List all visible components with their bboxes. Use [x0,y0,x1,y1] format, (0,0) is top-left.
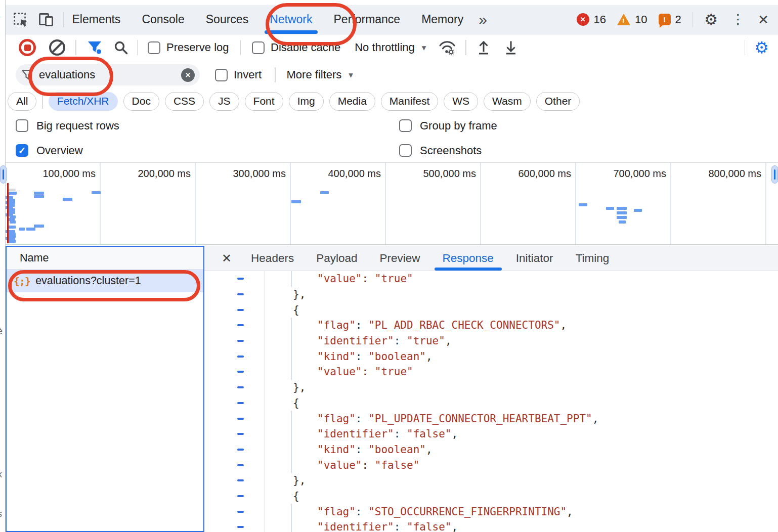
code-gutter[interactable] [204,504,265,519]
tab-performance[interactable]: Performance [334,5,401,34]
chip-css[interactable]: CSS [165,92,204,111]
code-gutter[interactable] [204,364,265,380]
fold-marker-icon[interactable] [237,464,244,466]
inspect-element-icon[interactable] [13,12,29,28]
code-gutter[interactable] [204,395,265,411]
disable-cache-checkbox[interactable]: ✓ [252,41,265,54]
fold-marker-icon[interactable] [237,386,244,388]
fold-marker-icon[interactable] [237,278,244,280]
search-icon[interactable] [114,40,128,55]
group-by-frame-option[interactable]: ✓ Group by frame [399,113,778,138]
clear-network-log-button[interactable] [49,39,65,56]
filter-toggle-icon[interactable] [87,39,103,56]
group-by-frame-checkbox[interactable]: ✓ [399,119,412,132]
fold-marker-icon[interactable] [237,526,244,528]
detail-tab-timing[interactable]: Timing [576,246,610,271]
invert-filter-checkbox[interactable]: ✓ [215,69,228,81]
code-gutter[interactable] [204,380,265,395]
fold-marker-icon[interactable] [237,356,244,358]
fold-marker-icon[interactable] [237,402,244,404]
detail-tab-headers[interactable]: Headers [251,246,294,271]
fold-marker-icon[interactable] [237,449,244,451]
tab-sources[interactable]: Sources [206,5,248,34]
import-har-icon[interactable] [477,40,491,55]
code-gutter[interactable] [204,271,265,287]
export-har-icon[interactable] [504,40,518,55]
screenshots-option[interactable]: ✓ Screenshots [399,138,778,163]
device-toolbar-icon[interactable] [38,12,55,28]
settings-gear-icon[interactable]: ⚙ [704,12,718,27]
tab-memory[interactable]: Memory [421,5,463,34]
code-gutter[interactable] [204,287,265,302]
fold-marker-icon[interactable] [237,479,244,481]
chip-img[interactable]: Img [289,92,324,111]
fold-marker-icon[interactable] [237,309,244,311]
more-filters-dropdown-icon[interactable]: ▾ [349,70,353,80]
name-column-header[interactable]: Name [7,247,203,270]
fold-marker-icon[interactable] [237,433,244,435]
request-row[interactable]: {;} evaluations?cluster=1 [7,270,203,292]
overview-window-right-handle[interactable] [771,165,778,184]
chip-all[interactable]: All [8,92,36,111]
close-detail-icon[interactable]: ✕ [222,251,232,265]
code-gutter[interactable] [204,489,265,504]
chip-wasm[interactable]: Wasm [484,92,531,111]
chip-ws[interactable]: WS [444,92,478,111]
screenshots-checkbox[interactable]: ✓ [399,144,412,157]
code-gutter[interactable] [204,457,265,473]
fold-marker-icon[interactable] [237,293,244,295]
fold-marker-icon[interactable] [237,418,244,420]
detail-tab-preview[interactable]: Preview [379,246,420,271]
code-gutter[interactable] [204,426,265,442]
chip-manifest[interactable]: Manifest [381,92,438,111]
big-request-rows-option[interactable]: ✓ Big request rows [16,113,399,138]
detail-tab-initiator[interactable]: Initiator [516,246,553,271]
chip-media[interactable]: Media [329,92,375,111]
chip-doc[interactable]: Doc [123,92,159,111]
tab-elements[interactable]: Elements [72,5,121,34]
more-filters-button[interactable]: More filters [287,68,342,81]
code-gutter[interactable] [204,411,265,426]
overview-window-left-handle[interactable] [0,165,7,184]
preserve-log-checkbox[interactable]: ✓ [148,41,160,54]
code-gutter[interactable] [204,302,265,318]
overview-checkbox[interactable]: ✓ [16,144,28,157]
code-gutter[interactable] [204,333,265,349]
record-network-log-button[interactable] [19,39,36,56]
json-punct-token: }, [293,474,306,486]
tab-network[interactable]: Network [270,5,312,34]
detail-tab-payload[interactable]: Payload [316,246,357,271]
code-gutter[interactable] [204,473,265,489]
code-gutter[interactable] [204,318,265,333]
fold-marker-icon[interactable] [237,511,244,513]
response-body-viewer[interactable]: "value": "true"},{"flag": "PL_ADD_RBAC_C… [204,271,778,532]
fold-marker-icon[interactable] [237,324,244,326]
fold-marker-icon[interactable] [237,371,244,373]
network-settings-gear-icon[interactable]: ⚙ [754,39,769,56]
detail-tab-response[interactable]: Response [443,246,494,271]
error-count-badge[interactable]: ✕ 16 [577,13,606,26]
chip-other[interactable]: Other [536,92,580,111]
filter-input[interactable]: evaluations ✕ [16,64,200,85]
fold-marker-icon[interactable] [237,495,244,497]
network-conditions-icon[interactable] [438,39,456,56]
overview-option[interactable]: ✓ Overview [16,138,399,163]
network-overview-timeline[interactable]: 100,000 ms200,000 ms300,000 ms400,000 ms… [6,163,778,245]
big-request-rows-checkbox[interactable]: ✓ [16,119,28,132]
chip-font[interactable]: Font [245,92,283,111]
issues-count-badge[interactable]: ! 2 [659,13,681,26]
fold-marker-icon[interactable] [237,340,244,342]
throttling-dropdown-icon[interactable]: ▾ [422,42,426,53]
clear-filter-icon[interactable]: ✕ [181,68,195,82]
more-panels-icon[interactable]: » [479,12,487,27]
code-gutter[interactable] [204,348,265,364]
warning-count-badge[interactable]: ! 10 [617,13,647,26]
close-devtools-icon[interactable]: ✕ [758,13,769,26]
chip-js[interactable]: JS [209,92,239,111]
tab-console[interactable]: Console [142,5,184,34]
code-gutter[interactable] [204,519,265,532]
more-options-kebab-icon[interactable]: ⋮ [731,13,745,26]
throttling-select[interactable]: No throttling [355,41,415,54]
code-gutter[interactable] [204,442,265,458]
chip-fetch-xhr[interactable]: Fetch/XHR [49,92,118,111]
